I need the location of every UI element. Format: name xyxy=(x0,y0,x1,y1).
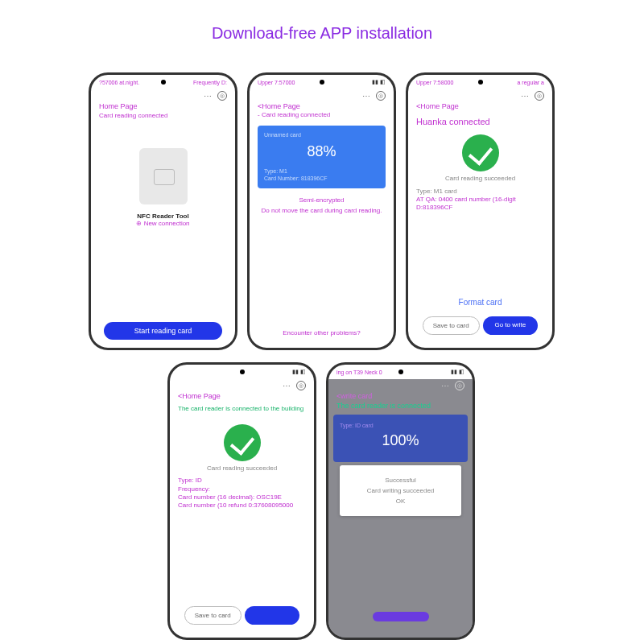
status-icons: ▮▮ ◧ xyxy=(451,369,464,375)
status-left: Upper 7:57000 xyxy=(258,80,295,85)
bottom-button[interactable] xyxy=(373,612,429,621)
card-title: Unnamed card xyxy=(264,132,379,138)
dialog-message: Card writing succeeded xyxy=(345,487,456,494)
info-cardnum16: Card number (16 decimal): OSC19E xyxy=(178,493,306,502)
info-freq: Frequency: xyxy=(178,485,306,493)
percent-label: 100% xyxy=(340,432,461,449)
percent-label: 88% xyxy=(264,143,379,160)
success-label: Card reading succeeded xyxy=(178,464,306,473)
status-left: ing on T39 Neck 0 xyxy=(336,369,382,375)
top-actions: ⋯ ◎ xyxy=(170,379,314,392)
status-right: Frequently D: xyxy=(193,80,227,85)
top-actions: ⋯ ◎ xyxy=(408,89,552,102)
writing-card: Type: ID card 100% xyxy=(333,415,468,462)
target-icon[interactable]: ◎ xyxy=(455,381,464,390)
status-right: a regular a xyxy=(518,80,544,85)
camera-notch xyxy=(398,369,403,374)
content-area: The card reader is connected to the buil… xyxy=(170,402,314,638)
target-icon[interactable]: ◎ xyxy=(535,91,544,101)
content-area: Unnamed card 88% Type: M1 Card Number: 8… xyxy=(250,121,394,348)
start-reading-button[interactable]: Start reading card xyxy=(104,322,222,340)
write-card-link[interactable]: <write card xyxy=(328,392,473,402)
content-area: Huanka connected Card reading succeeded … xyxy=(408,112,552,348)
status-icons: ▮▮ ◧ xyxy=(292,369,306,375)
more-icon[interactable]: ⋯ xyxy=(283,382,290,390)
connection-status: The card reader is connected xyxy=(328,402,473,411)
connection-status: - Card reading connected xyxy=(250,112,394,121)
reading-card: Unnamed card 88% Type: M1 Card Number: 8… xyxy=(258,126,386,188)
status-left: Upper 7:58000 xyxy=(416,80,453,85)
atqa-info: AT QA: 0400 card number (16-digit D:8183… xyxy=(416,196,516,211)
connection-status: The card reader is connected to the buil… xyxy=(178,405,306,413)
dialog-title: Successful xyxy=(345,477,456,484)
home-link[interactable]: <Home Page xyxy=(408,102,552,112)
top-actions: ⋯ ◎ xyxy=(91,89,235,102)
target-icon[interactable]: ◎ xyxy=(217,91,227,101)
phone-3: Upper 7:58000 a regular a ⋯ ◎ <Home Page… xyxy=(406,72,555,350)
status-icons: ▮▮ ◧ xyxy=(372,79,386,85)
top-actions: ⋯ ◎ xyxy=(328,379,473,392)
camera-notch xyxy=(478,80,483,85)
info-type: Type: ID xyxy=(178,477,306,485)
card-type: Type: M1 xyxy=(264,168,379,175)
semi-encrypted-label: Semi-encrypted xyxy=(258,196,386,204)
success-label: Card reading succeeded xyxy=(416,175,544,183)
phone-1: ?57006 at.night. Frequently D: ⋯ ◎ Home … xyxy=(89,72,237,350)
camera-notch xyxy=(240,369,245,374)
ok-button[interactable]: OK xyxy=(345,497,456,505)
content-area: NFC Reader Tool ⊕ New connection Start r… xyxy=(91,121,235,348)
phone-2: Upper 7:57000 ▮▮ ◧ ⋯ ◎ <Home Page - Card… xyxy=(247,72,396,350)
status-left: ?57006 at.night. xyxy=(99,80,139,85)
more-icon[interactable]: ⋯ xyxy=(441,382,448,390)
connection-status: Card reading connected xyxy=(91,112,235,121)
nfc-label: NFC Reader Tool xyxy=(99,213,227,220)
format-card-link[interactable]: Format card xyxy=(416,298,544,307)
bottom-buttons: Save to card xyxy=(178,603,306,634)
target-icon[interactable]: ◎ xyxy=(296,381,306,390)
go-write-button[interactable]: Go to write xyxy=(483,316,539,335)
nfc-reader-icon xyxy=(139,148,188,204)
check-icon xyxy=(462,134,499,171)
more-icon[interactable]: ⋯ xyxy=(362,92,369,101)
save-button[interactable]: Save to card xyxy=(423,316,480,335)
card-type: Type: M1 card xyxy=(416,188,544,196)
more-icon[interactable]: ⋯ xyxy=(521,92,528,101)
page-title: Download-free APP installation xyxy=(0,24,644,43)
home-link[interactable]: <Home Page xyxy=(170,392,314,402)
bottom-buttons: Save to card Go to write xyxy=(416,313,544,345)
warning-text: Do not move the card during card reading… xyxy=(258,207,386,214)
row-top: ?57006 at.night. Frequently D: ⋯ ◎ Home … xyxy=(89,72,555,350)
new-connection-link[interactable]: ⊕ New connection xyxy=(99,220,227,227)
check-icon xyxy=(224,424,261,461)
top-actions: ⋯ ◎ xyxy=(250,89,394,102)
info-cardnum10: Card number (10 refund 0:37608095000 xyxy=(178,502,306,510)
phone-4: ▮▮ ◧ ⋯ ◎ <Home Page The card reader is c… xyxy=(167,362,316,640)
modal-overlay: ⋯ ◎ <write card The card reader is conne… xyxy=(328,379,473,638)
problems-link[interactable]: Encounter other problems? xyxy=(258,329,386,336)
huanka-status: Huanka connected xyxy=(416,115,544,131)
phone-5: ing on T39 Neck 0 ▮▮ ◧ ⋯ ◎ <write card T… xyxy=(326,362,475,640)
card-type: Type: ID card xyxy=(340,423,461,429)
camera-notch xyxy=(161,80,166,85)
camera-notch xyxy=(320,80,324,85)
row-bottom: ▮▮ ◧ ⋯ ◎ <Home Page The card reader is c… xyxy=(167,362,475,640)
target-icon[interactable]: ◎ xyxy=(376,91,386,101)
success-dialog: Successful Card writing succeeded OK xyxy=(340,465,461,516)
home-link[interactable]: Home Page xyxy=(91,102,235,112)
go-button[interactable] xyxy=(245,606,300,625)
card-number: Card Number: 818396CF xyxy=(264,175,379,182)
save-button[interactable]: Save to card xyxy=(184,606,242,625)
more-icon[interactable]: ⋯ xyxy=(204,92,211,101)
